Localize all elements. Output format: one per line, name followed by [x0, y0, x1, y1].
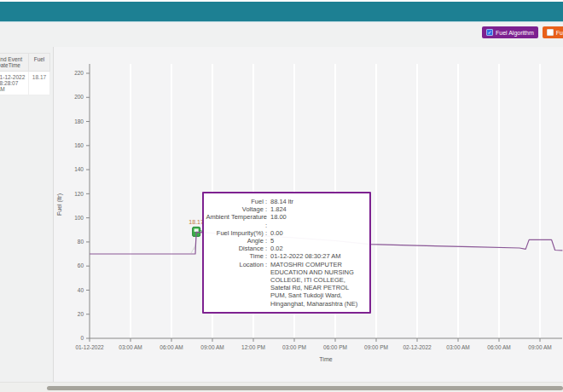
tooltip-label: Fuel Impurity(%) — [206, 229, 267, 237]
tooltip-value: 0.02 — [267, 245, 283, 252]
datapoint-tooltip: Fuel88.14 ltr Voltage1.824 Ambient Tempe… — [202, 192, 371, 314]
cell-end-event-datetime: 01-12-2022 08:28:07 AM — [0, 72, 29, 95]
horizontal-scrollbar-thumb[interactable] — [47, 386, 563, 390]
cell-fuel: 18.17 — [29, 72, 50, 95]
horizontal-scrollbar-track[interactable] — [0, 382, 563, 392]
fuel-raw-checkbox[interactable] — [547, 29, 554, 36]
tooltip-value: 0.00 — [267, 229, 283, 237]
tooltip-value: 88.14 ltr — [267, 198, 293, 205]
fuel-raw-toggle-button[interactable]: Fuel Raw — [543, 26, 563, 38]
tooltip-value: 18.00 — [267, 213, 287, 228]
table-row[interactable]: 01-12-2022 08:28:07 AM 18.17 — [0, 72, 50, 95]
tooltip-label: Voltage — [206, 205, 267, 213]
column-header-end-event-datetime: End Event DateTime — [0, 53, 29, 72]
series-legend: ✓ Fuel Algorithm Fuel Raw — [482, 26, 563, 38]
tooltip-label: Fuel — [206, 198, 267, 205]
tooltip-value: 5 — [267, 237, 274, 245]
tooltip-label: Time — [206, 252, 267, 260]
column-header-fuel: Fuel — [29, 53, 50, 72]
tooltip-value: MATOSHRI COMPUTER EDUCATION AND NURSING … — [267, 261, 366, 308]
events-table: End Event DateTime Fuel 01-12-2022 08:28… — [0, 53, 50, 95]
tooltip-label: Distance — [206, 245, 267, 252]
tooltip-label: Location — [206, 261, 267, 308]
tooltip-label: Angle — [206, 237, 267, 245]
app-header-bar — [0, 2, 563, 22]
fuel-raw-label: Fuel Raw — [556, 30, 563, 36]
events-table-header: End Event DateTime Fuel — [0, 53, 50, 72]
fuel-algorithm-checkbox[interactable]: ✓ — [486, 29, 493, 36]
tooltip-value: 01-12-2022 08:30:27 AM — [267, 252, 341, 260]
fuel-algorithm-label: Fuel Algorithm — [496, 30, 534, 36]
fuel-algorithm-toggle-button[interactable]: ✓ Fuel Algorithm — [482, 26, 538, 38]
tooltip-value: 1.824 — [267, 205, 287, 213]
tooltip-label: Ambient Temperature — [206, 213, 267, 228]
